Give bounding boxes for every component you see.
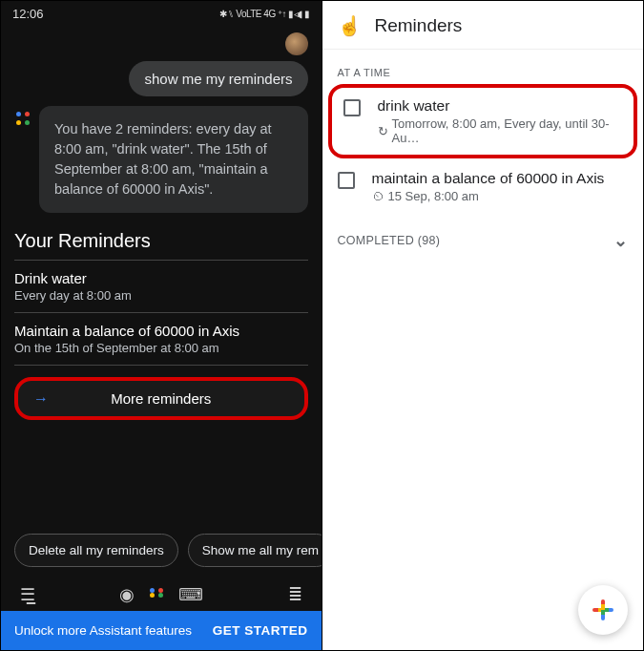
reminders-title: Reminders	[375, 15, 463, 36]
user-message-bubble: show me my reminders	[129, 61, 307, 96]
completed-label: COMPLETED (98)	[338, 234, 441, 247]
more-reminders-button[interactable]: → More reminders	[14, 377, 308, 420]
assistant-toolbar: ☰̲ ◉ ⌨ ≣	[1, 577, 322, 611]
promo-banner[interactable]: Unlock more Assistant features GET START…	[1, 611, 322, 650]
assistant-message-bubble: You have 2 reminders: every day at 8:00 …	[39, 106, 308, 213]
reminder-row-title: maintain a balance of 60000 in Axis	[372, 170, 605, 187]
add-reminder-fab[interactable]	[578, 585, 628, 635]
list-icon[interactable]: ≣	[288, 584, 302, 605]
reminder-item[interactable]: Drink water Every day at 8:00 am	[14, 261, 308, 313]
reminders-app-pane: ☝ Reminders AT A TIME drink water ↻ Tomo…	[322, 1, 644, 650]
reminder-row-title: drink water	[378, 97, 623, 115]
explore-icon[interactable]: ☰̲	[20, 584, 35, 605]
clock-icon: ⏲	[372, 189, 384, 203]
chevron-down-icon: ⌄	[613, 230, 628, 251]
suggestion-chips: Delete all my reminders Show me all my r…	[1, 524, 322, 577]
reminder-title: Drink water	[14, 270, 308, 286]
arrow-right-icon: →	[33, 390, 49, 408]
reminder-row-drink-water[interactable]: drink water ↻ Tomorrow, 8:00 am, Every d…	[328, 84, 638, 158]
chat-area: show me my reminders You have 2 reminder…	[1, 25, 322, 217]
avatar[interactable]	[285, 32, 308, 55]
reminder-app-icon: ☝	[338, 14, 362, 37]
repeat-icon: ↻	[378, 124, 388, 138]
status-icons: ✱ ⑊ VoLTE 4G ⁺↑ ▮◃◖ ▮	[219, 9, 310, 19]
reminder-title: Maintain a balance of 60000 in Axis	[14, 323, 308, 339]
reminder-row-axis[interactable]: maintain a balance of 60000 in Axis ⏲ 15…	[322, 158, 644, 215]
assistant-message-row: You have 2 reminders: every day at 8:00 …	[14, 106, 308, 213]
reminder-item[interactable]: Maintain a balance of 60000 in Axis On t…	[14, 313, 308, 366]
plus-icon	[592, 599, 613, 620]
completed-section[interactable]: COMPLETED (98) ⌄	[322, 215, 644, 266]
lens-icon[interactable]: ◉	[119, 584, 135, 605]
checkbox[interactable]	[338, 172, 355, 189]
keyboard-icon[interactable]: ⌨	[178, 584, 203, 605]
reminders-card: Your Reminders Drink water Every day at …	[14, 230, 308, 420]
reminder-row-subtitle: ⏲ 15 Sep, 8:00 am	[372, 189, 605, 203]
reminder-row-subtitle: ↻ Tomorrow, 8:00 am, Every day, until 30…	[378, 116, 623, 145]
clock: 12:06	[12, 7, 44, 21]
promo-cta[interactable]: GET STARTED	[213, 623, 308, 638]
reminders-header: ☝ Reminders	[322, 1, 644, 50]
status-bar: 12:06 ✱ ⑊ VoLTE 4G ⁺↑ ▮◃◖ ▮	[1, 1, 322, 25]
reminder-subtitle: Every day at 8:00 am	[14, 288, 308, 303]
suggestion-chip-delete[interactable]: Delete all my reminders	[14, 534, 178, 567]
assistant-mic-icon[interactable]	[148, 586, 165, 603]
section-label: AT A TIME	[322, 50, 644, 84]
more-reminders-label: More reminders	[111, 390, 211, 407]
user-message-row	[14, 32, 308, 55]
promo-text: Unlock more Assistant features	[14, 623, 192, 638]
checkbox[interactable]	[343, 99, 361, 116]
assistant-pane: 12:06 ✱ ⑊ VoLTE 4G ⁺↑ ▮◃◖ ▮ show me my r…	[1, 1, 322, 650]
card-title: Your Reminders	[14, 230, 308, 261]
assistant-icon	[14, 110, 31, 127]
reminder-subtitle: On the 15th of September at 8:00 am	[14, 341, 308, 355]
suggestion-chip-showall[interactable]: Show me all my rem	[188, 534, 322, 567]
